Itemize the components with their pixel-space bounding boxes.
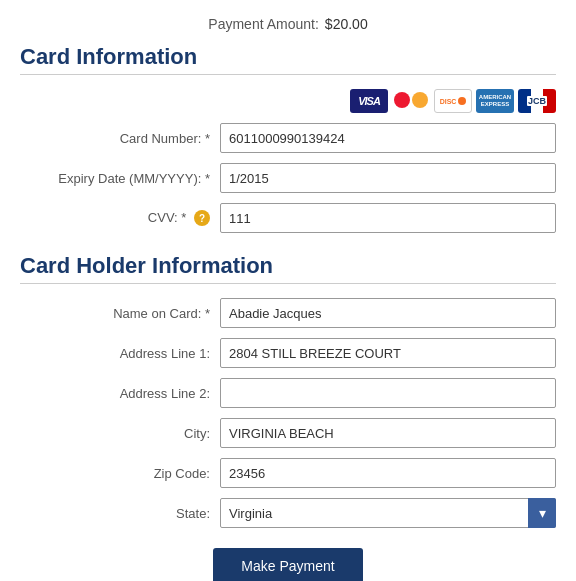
card-number-row: Card Number: * <box>20 123 556 153</box>
cvv-help-icon[interactable]: ? <box>194 210 210 226</box>
cvv-input[interactable] <box>220 203 556 233</box>
name-on-card-row: Name on Card: * <box>20 298 556 328</box>
city-row: City: <box>20 418 556 448</box>
address2-label: Address Line 2: <box>20 386 220 401</box>
state-select[interactable]: AlabamaAlaskaArizonaArkansasCaliforniaCo… <box>220 498 556 528</box>
card-icons-row: VISA DISC AMERICANEXPRESS JCB <box>20 89 556 113</box>
zip-code-input[interactable] <box>220 458 556 488</box>
city-label: City: <box>20 426 220 441</box>
payment-amount-label: Payment Amount: <box>208 16 319 32</box>
zip-code-label: Zip Code: <box>20 466 220 481</box>
expiry-date-row: Expiry Date (MM/YYYY): * <box>20 163 556 193</box>
payment-amount-row: Payment Amount: $20.00 <box>20 16 556 32</box>
mastercard-icon <box>392 89 430 113</box>
cardholder-info-section: Card Holder Information Name on Card: * … <box>20 253 556 528</box>
cvv-label: CVV: * ? <box>20 210 220 227</box>
name-on-card-input[interactable] <box>220 298 556 328</box>
address1-row: Address Line 1: <box>20 338 556 368</box>
cardholder-info-title: Card Holder Information <box>20 253 556 284</box>
state-row: State: AlabamaAlaskaArizonaArkansasCalif… <box>20 498 556 528</box>
zip-code-row: Zip Code: <box>20 458 556 488</box>
expiry-date-input[interactable] <box>220 163 556 193</box>
expiry-date-label: Expiry Date (MM/YYYY): * <box>20 171 220 186</box>
city-input[interactable] <box>220 418 556 448</box>
visa-icon: VISA <box>350 89 388 113</box>
address2-input[interactable] <box>220 378 556 408</box>
address1-label: Address Line 1: <box>20 346 220 361</box>
address1-input[interactable] <box>220 338 556 368</box>
cvv-row: CVV: * ? <box>20 203 556 233</box>
jcb-icon: JCB <box>518 89 556 113</box>
card-number-input[interactable] <box>220 123 556 153</box>
name-on-card-label: Name on Card: * <box>20 306 220 321</box>
card-number-label: Card Number: * <box>20 131 220 146</box>
amex-icon: AMERICANEXPRESS <box>476 89 514 113</box>
payment-amount-value: $20.00 <box>325 16 368 32</box>
card-info-section: Card Information VISA DISC AMERICANEXPRE… <box>20 44 556 233</box>
discover-icon: DISC <box>434 89 472 113</box>
card-info-title: Card Information <box>20 44 556 75</box>
state-select-wrapper: AlabamaAlaskaArizonaArkansasCaliforniaCo… <box>220 498 556 528</box>
address2-row: Address Line 2: <box>20 378 556 408</box>
make-payment-button[interactable]: Make Payment <box>213 548 362 581</box>
state-label: State: <box>20 506 220 521</box>
make-payment-row: Make Payment <box>20 548 556 581</box>
